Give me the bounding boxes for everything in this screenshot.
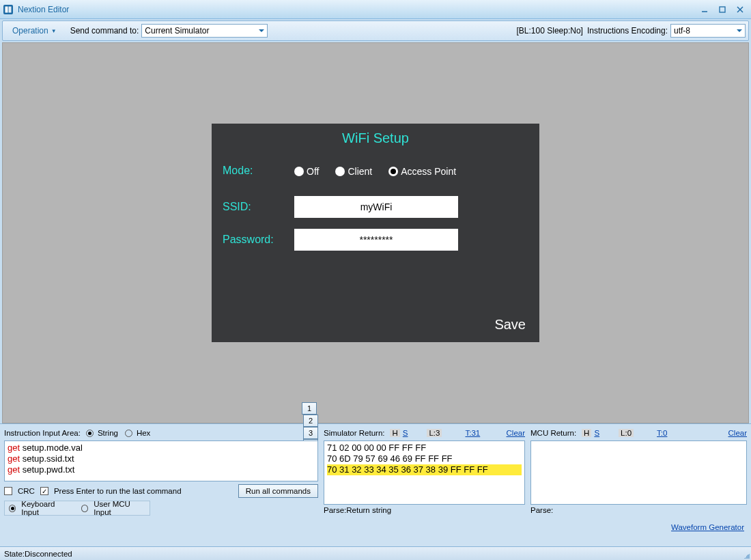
sim-time: T:31	[465, 429, 480, 437]
quick-button-1[interactable]: 1	[302, 402, 317, 415]
user-mcu-input-label: User MCU Input	[94, 500, 145, 516]
mcu-clear-link[interactable]: Clear	[728, 429, 747, 437]
simulator-return-header: Simulator Return: H S L:3 T:31 Clear	[324, 427, 525, 439]
instruction-area-label: Instruction Input Area:	[4, 429, 81, 437]
save-button[interactable]: Save	[494, 317, 526, 333]
command-editor[interactable]: get setup.mode.valget setup.ssid.txtget …	[4, 440, 318, 481]
encoding-label: Instructions Encoding:	[587, 26, 668, 36]
press-enter-label: Press Enter to run the last command	[54, 487, 182, 495]
password-value: *********	[359, 234, 393, 245]
device-screen[interactable]: WiFi Setup Mode: OffClientAccess Point S…	[212, 124, 539, 342]
ssid-label: SSID:	[223, 201, 294, 213]
mcu-return-label: MCU Return:	[530, 429, 576, 437]
mode-row: Mode: OffClientAccess Point	[223, 165, 472, 177]
mode-label: Mode:	[223, 165, 294, 177]
mcu-length: L:0	[619, 429, 634, 437]
simulator-return-column: Simulator Return: H S L:3 T:31 Clear 71 …	[324, 427, 525, 516]
status-bar: State:Disconnected	[0, 546, 751, 560]
command-line: get setup.ssid.txt	[8, 453, 315, 464]
simulator-return-label: Simulator Return:	[324, 429, 384, 437]
hex-radio[interactable]	[125, 430, 132, 437]
quick-button-2[interactable]: 2	[303, 415, 318, 427]
svg-rect-4	[720, 7, 725, 12]
string-radio-label: String	[98, 429, 118, 437]
minimize-button[interactable]	[696, 3, 713, 16]
mode-radio-label: Access Point	[401, 166, 456, 177]
mode-radio-label: Client	[348, 166, 372, 177]
quick-button-3[interactable]: 3	[303, 427, 318, 439]
mode-radio-label: Off	[307, 166, 319, 177]
crc-checkbox[interactable]	[4, 487, 12, 495]
mcu-parse: Parse:	[530, 505, 747, 516]
sim-parse: Parse:Return string	[324, 505, 525, 516]
sim-log-line[interactable]: 70 31 32 33 34 35 36 37 38 39 FF FF FF	[327, 464, 522, 475]
run-all-button[interactable]: Run all commands	[238, 484, 318, 498]
password-field[interactable]: *********	[294, 229, 458, 251]
send-to-select[interactable]: Current Simulator	[141, 24, 268, 38]
window-title: Nextion Editor	[18, 5, 695, 14]
svg-rect-1	[5, 6, 8, 12]
mcu-h-toggle[interactable]: H	[582, 429, 591, 437]
keyboard-input-label: Keyboard Input	[21, 500, 70, 516]
sim-clear-link[interactable]: Clear	[507, 429, 525, 437]
resize-grip-icon[interactable]	[743, 552, 750, 559]
simulator-return-log[interactable]: 71 02 00 00 00 FF FF FF70 6D 79 57 69 46…	[324, 440, 525, 505]
screen-title: WiFi Setup	[212, 130, 539, 146]
keyboard-input-radio[interactable]	[9, 505, 16, 512]
hex-radio-label: Hex	[137, 429, 150, 437]
input-mode-row: Keyboard Input User MCU Input	[4, 501, 150, 516]
footer-links: Waveform Generator	[671, 523, 744, 531]
svg-rect-2	[9, 6, 12, 12]
instruction-input-column: Instruction Input Area: String Hex 1234S…	[4, 427, 318, 516]
encoding-value: utf-8	[674, 26, 690, 36]
user-mcu-input-radio[interactable]	[81, 505, 88, 512]
mcu-time: T:0	[657, 429, 667, 437]
sim-log-line[interactable]: 71 02 00 00 00 FF FF FF	[327, 443, 522, 453]
ssid-field[interactable]: myWiFi	[294, 196, 458, 218]
mode-radio-off[interactable]	[294, 167, 304, 176]
waveform-generator-link[interactable]: Waveform Generator	[671, 523, 744, 531]
sim-log-line[interactable]: 70 6D 79 57 69 46 69 FF FF FF	[327, 453, 522, 464]
ssid-value: myWiFi	[360, 201, 393, 212]
send-to-value: Current Simulator	[145, 26, 209, 36]
mcu-return-column: MCU Return: H S L:0 T:0 Clear Parse:	[530, 427, 747, 516]
sim-length: L:3	[427, 429, 442, 437]
instruction-footer: CRC ✓ Press Enter to run the last comman…	[4, 483, 318, 499]
sim-h-toggle[interactable]: H	[390, 429, 399, 437]
mode-radio-client[interactable]	[335, 167, 345, 176]
string-radio[interactable]	[86, 430, 94, 437]
maximize-button[interactable]	[714, 3, 731, 16]
status-text: State:Disconnected	[4, 550, 72, 558]
mcu-s-toggle[interactable]: S	[594, 429, 599, 437]
mode-radio-access-point[interactable]	[388, 167, 398, 176]
instruction-input-header: Instruction Input Area: String Hex 1234S	[4, 427, 318, 439]
svg-rect-0	[3, 5, 13, 14]
send-to-label: Send command to:	[70, 26, 139, 36]
ssid-row: SSID: myWiFi	[223, 196, 458, 218]
sim-s-toggle[interactable]: S	[403, 429, 408, 437]
close-button[interactable]	[732, 3, 748, 16]
encoding-select[interactable]: utf-8	[670, 24, 746, 38]
password-label: Password:	[223, 234, 294, 246]
debug-panel: Instruction Input Area: String Hex 1234S…	[0, 423, 751, 546]
device-status: [BL:100 Sleep:No]	[517, 26, 583, 36]
toolbar: Operation ▼ Send command to: Current Sim…	[2, 20, 749, 41]
operation-label: Operation	[12, 26, 48, 36]
press-enter-checkbox[interactable]: ✓	[40, 487, 48, 495]
titlebar: Nextion Editor	[0, 0, 751, 19]
command-line: get setup.mode.val	[8, 443, 315, 453]
operation-menu[interactable]: Operation ▼	[5, 24, 63, 38]
crc-label: CRC	[18, 487, 35, 495]
command-line: get setup.pwd.txt	[8, 464, 315, 475]
app-icon	[3, 4, 14, 15]
simulator-canvas: WiFi Setup Mode: OffClientAccess Point S…	[2, 42, 749, 423]
chevron-down-icon: ▼	[51, 28, 57, 34]
password-row: Password: *********	[223, 229, 458, 251]
mcu-return-header: MCU Return: H S L:0 T:0 Clear	[530, 427, 747, 439]
mcu-return-log[interactable]	[530, 440, 747, 505]
